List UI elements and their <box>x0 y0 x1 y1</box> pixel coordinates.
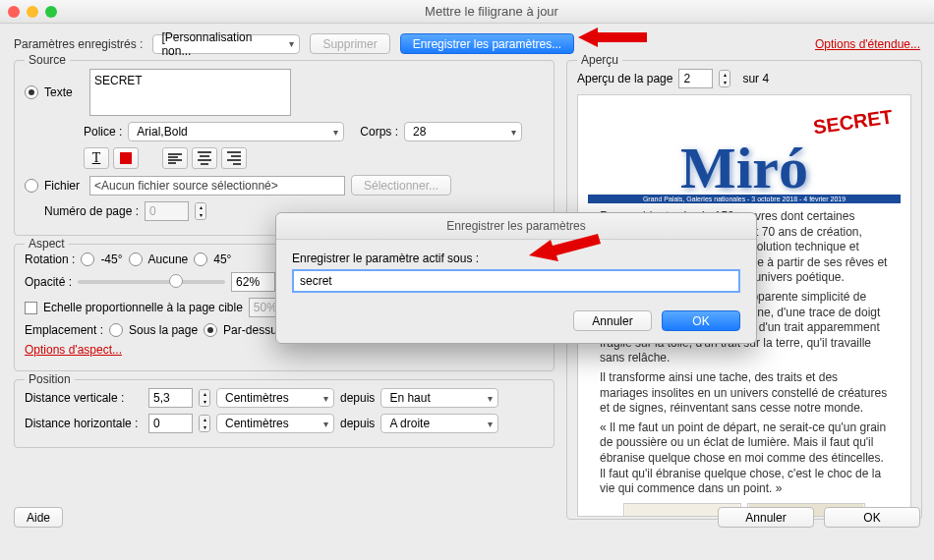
hdist-from-value: A droite <box>389 417 430 430</box>
watermark-text-input[interactable]: SECRET <box>89 69 291 116</box>
placement-over-radio[interactable] <box>204 323 217 337</box>
vdist-from-value: En haut <box>389 391 430 405</box>
align-center-icon[interactable] <box>192 147 217 169</box>
scale-checkbox[interactable] <box>25 302 37 314</box>
page-num-input <box>145 201 189 221</box>
position-legend: Position <box>25 372 75 386</box>
opacity-label: Opacité : <box>25 275 72 289</box>
align-right-icon[interactable] <box>221 147 247 169</box>
hdist-stepper[interactable]: ▴▾ <box>199 415 210 432</box>
titlebar: Mettre le filigrane à jour <box>0 0 934 24</box>
saved-params-value: [Personnalisation non... <box>161 30 279 58</box>
underline-icon[interactable]: T <box>84 147 109 169</box>
source-legend: Source <box>25 53 70 67</box>
vdist-from-label: depuis <box>340 391 375 405</box>
size-select[interactable]: 28 <box>404 122 522 141</box>
hdist-unit-select[interactable]: Centimètres <box>216 414 334 433</box>
window-title: Mettre le filigrane à jour <box>57 4 926 19</box>
align-left-icon[interactable] <box>162 147 188 169</box>
saved-params-label: Paramètres enregistrés : <box>14 37 143 51</box>
delete-button[interactable]: Supprimer <box>310 33 389 54</box>
dialog-name-input[interactable] <box>292 269 740 293</box>
dialog-cancel-button[interactable]: Annuler <box>573 310 652 331</box>
rotation-pos45-radio[interactable] <box>194 252 207 266</box>
font-label: Police : <box>84 125 122 139</box>
page-preview-label: Aperçu de la page <box>577 72 672 85</box>
font-select[interactable]: Arial,Bold <box>128 122 344 141</box>
file-radio-label: Fichier <box>44 179 84 193</box>
file-path-value: <Aucun fichier source sélectionné> <box>94 179 278 193</box>
dialog-ok-button[interactable]: OK <box>662 310 740 331</box>
rotation-neg45-label: -45° <box>100 252 122 266</box>
opacity-input[interactable] <box>231 272 275 292</box>
arrow-indicator-icon <box>529 234 608 261</box>
scale-label: Echelle proportionnelle à la page cible <box>43 301 243 314</box>
hdist-input[interactable] <box>148 414 193 433</box>
rotation-none-radio[interactable] <box>129 252 143 266</box>
text-radio[interactable] <box>25 85 38 99</box>
aspect-legend: Aspect <box>25 237 69 251</box>
rotation-pos45-label: 45° <box>213 252 231 266</box>
doc-para: « Il me faut un point de départ, ne sera… <box>600 420 889 497</box>
hdist-from-label: depuis <box>340 417 375 430</box>
doc-title: Miró <box>588 135 901 202</box>
font-value: Arial,Bold <box>137 125 187 139</box>
vdist-input[interactable] <box>148 388 193 408</box>
save-params-button[interactable]: Enregistrer les paramètres... <box>400 33 574 54</box>
vdist-label: Distance verticale : <box>25 391 143 405</box>
file-path-field[interactable]: <Aucun fichier source sélectionné> <box>89 176 345 196</box>
svg-marker-0 <box>578 28 647 47</box>
svg-marker-14 <box>529 234 601 261</box>
rotation-neg45-radio[interactable] <box>81 252 94 266</box>
hdist-from-select[interactable]: A droite <box>380 414 498 433</box>
position-section: Position Distance verticale : ▴▾ Centimè… <box>14 379 555 448</box>
opacity-slider[interactable] <box>78 280 225 284</box>
vdist-unit-select[interactable]: Centimètres <box>216 388 334 408</box>
save-params-dialog: Enregistrer les paramètres Enregistrer l… <box>275 212 757 344</box>
placement-label: Emplacement : <box>25 323 103 337</box>
size-label: Corps : <box>360 125 398 139</box>
placement-under-radio[interactable] <box>109 323 123 337</box>
preview-legend: Aperçu <box>577 53 622 67</box>
color-icon[interactable] <box>113 147 139 169</box>
ok-button[interactable]: OK <box>824 507 920 528</box>
page-preview-stepper[interactable]: ▴▾ <box>719 70 730 87</box>
doc-para: Il transforme ainsi une tache, des trait… <box>600 370 889 417</box>
minimize-icon[interactable] <box>27 6 38 18</box>
vdist-from-select[interactable]: En haut <box>380 388 498 408</box>
page-num-stepper: ▴▾ <box>195 202 206 220</box>
placement-under-label: Sous la page <box>129 323 198 337</box>
cancel-button[interactable]: Annuler <box>718 507 814 528</box>
saved-params-select[interactable]: [Personnalisation non... <box>152 34 300 54</box>
dialog-title: Enregistrer les paramètres <box>276 213 756 240</box>
help-button[interactable]: Aide <box>14 507 63 528</box>
dialog-label: Enregistrer le paramètre actif sous : <box>292 252 740 265</box>
vdist-unit-value: Centimètres <box>225 391 289 405</box>
select-file-button[interactable]: Sélectionner... <box>351 175 451 196</box>
extended-options-link[interactable]: Options d'étendue... <box>815 37 920 51</box>
text-radio-label: Texte <box>44 85 84 99</box>
hdist-unit-value: Centimètres <box>225 417 289 430</box>
file-radio[interactable] <box>25 179 38 193</box>
close-icon[interactable] <box>8 6 20 18</box>
rotation-label: Rotation : <box>25 252 75 266</box>
hdist-label: Distance horizontale : <box>25 417 143 430</box>
page-total-label: sur 4 <box>742 72 769 85</box>
doc-subtitle-bar: Grand Palais, Galeries nationales - 3 oc… <box>588 195 901 203</box>
maximize-icon[interactable] <box>45 6 57 18</box>
vdist-stepper[interactable]: ▴▾ <box>199 389 210 407</box>
aspect-options-link[interactable]: Options d'aspect... <box>25 343 122 357</box>
source-section: Source Texte SECRET Police : Arial,Bold … <box>14 60 555 236</box>
rotation-none-label: Aucune <box>148 252 189 266</box>
size-value: 28 <box>413 125 426 139</box>
page-num-label: Numéro de page : <box>44 204 139 218</box>
arrow-indicator-icon <box>578 26 657 49</box>
page-preview-input[interactable] <box>678 69 713 88</box>
